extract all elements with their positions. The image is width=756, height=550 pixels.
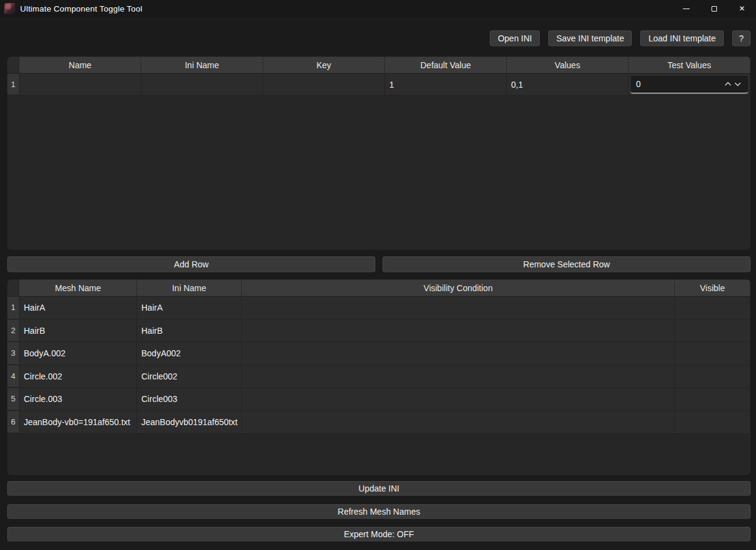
column-header-mesh-name: Mesh Name	[19, 280, 137, 297]
mesh-name-cell[interactable]: HairA	[19, 297, 137, 320]
load-ini-template-button[interactable]: Load INI template	[640, 30, 724, 46]
toggle-table: Name Ini Name Key Default Value Values T…	[7, 57, 751, 250]
column-header-mesh-ini-name: Ini Name	[137, 280, 242, 297]
visibility-condition-cell[interactable]	[242, 297, 675, 320]
ini-name-cell[interactable]: JeanBodyvb0191af650txt	[137, 411, 242, 434]
toggle-table-corner	[7, 57, 19, 74]
visible-cell[interactable]	[675, 365, 751, 389]
column-header-ini-name: Ini Name	[141, 57, 263, 74]
refresh-mesh-names-button[interactable]: Refresh Mesh Names	[7, 504, 751, 519]
mesh-name-cell[interactable]: HairB	[19, 320, 137, 343]
close-icon: ✕	[739, 5, 745, 12]
row-number[interactable]: 5	[7, 388, 19, 411]
mesh-name-cell[interactable]: BodyA.002	[19, 342, 137, 365]
save-ini-template-button[interactable]: Save INI template	[548, 30, 632, 46]
ini-name-cell[interactable]: BodyA002	[137, 342, 242, 365]
minimize-button[interactable]	[672, 0, 700, 17]
visible-cell[interactable]	[675, 342, 751, 365]
test-value-spinbox[interactable]: 0	[630, 75, 749, 94]
column-header-test-values: Test Values	[629, 57, 751, 74]
row-number[interactable]: 3	[7, 342, 19, 365]
close-button[interactable]: ✕	[728, 0, 756, 17]
ini-name-cell[interactable]: HairB	[137, 320, 242, 343]
column-header-visibility-condition: Visibility Condition	[242, 280, 675, 297]
column-header-values: Values	[507, 57, 629, 74]
mesh-table-corner	[7, 280, 19, 297]
visibility-condition-cell[interactable]	[242, 365, 675, 389]
visibility-condition-cell[interactable]	[242, 411, 675, 434]
visibility-condition-cell[interactable]	[242, 388, 675, 411]
row-number[interactable]: 6	[7, 411, 19, 434]
open-ini-button[interactable]: Open INI	[490, 30, 540, 46]
visibility-condition-cell[interactable]	[242, 320, 675, 343]
visible-cell[interactable]	[675, 411, 751, 434]
ini-name-cell[interactable]: Circle002	[137, 365, 242, 389]
spin-up-icon[interactable]	[723, 76, 733, 93]
name-cell[interactable]	[19, 74, 141, 96]
default-value-cell[interactable]: 1	[385, 74, 507, 96]
update-ini-button[interactable]: Update INI	[7, 481, 751, 496]
window-title: Ultimate Component Toggle Tool	[20, 4, 143, 13]
mesh-table: Mesh Name Ini Name Visibility Condition …	[7, 280, 751, 475]
key-cell[interactable]	[263, 74, 385, 96]
maximize-button[interactable]	[700, 0, 728, 17]
mesh-name-cell[interactable]: Circle.002	[19, 365, 137, 389]
ini-name-cell[interactable]	[141, 74, 263, 96]
column-header-key: Key	[263, 57, 385, 74]
remove-selected-row-button[interactable]: Remove Selected Row	[383, 256, 751, 272]
test-values-cell: 0	[629, 74, 751, 96]
column-header-visible: Visible	[675, 280, 751, 297]
main-content: Open INI Save INI template Load INI temp…	[0, 30, 756, 541]
spin-down-icon[interactable]	[733, 76, 743, 93]
maximize-icon	[712, 6, 717, 12]
mesh-name-cell[interactable]: JeanBody-vb0=191af650.txt	[19, 411, 137, 434]
help-button[interactable]: ?	[732, 30, 751, 46]
ini-toolbar: Open INI Save INI template Load INI temp…	[7, 30, 751, 46]
add-row-button[interactable]: Add Row	[7, 256, 375, 272]
visible-cell[interactable]	[675, 297, 751, 320]
visible-cell[interactable]	[675, 388, 751, 411]
app-icon	[4, 3, 15, 14]
window-controls: ✕	[672, 0, 756, 17]
row-number[interactable]: 2	[7, 320, 19, 343]
visibility-condition-cell[interactable]	[242, 342, 675, 365]
mesh-name-cell[interactable]: Circle.003	[19, 388, 137, 411]
column-header-default-value: Default Value	[385, 57, 507, 74]
values-cell[interactable]: 0,1	[507, 74, 629, 96]
ini-name-cell[interactable]: HairA	[137, 297, 242, 320]
minimize-icon	[683, 9, 690, 9]
visible-cell[interactable]	[675, 320, 751, 343]
titlebar[interactable]: Ultimate Component Toggle Tool ✕	[0, 0, 756, 17]
spinbox-value[interactable]: 0	[636, 79, 723, 89]
row-number[interactable]: 4	[7, 365, 19, 389]
row-number[interactable]: 1	[7, 74, 19, 96]
ini-name-cell[interactable]: Circle003	[137, 388, 242, 411]
row-actions: Add Row Remove Selected Row	[7, 256, 751, 272]
column-header-name: Name	[19, 57, 141, 74]
row-number[interactable]: 1	[7, 297, 19, 320]
expert-mode-button[interactable]: Expert Mode: OFF	[7, 527, 751, 541]
